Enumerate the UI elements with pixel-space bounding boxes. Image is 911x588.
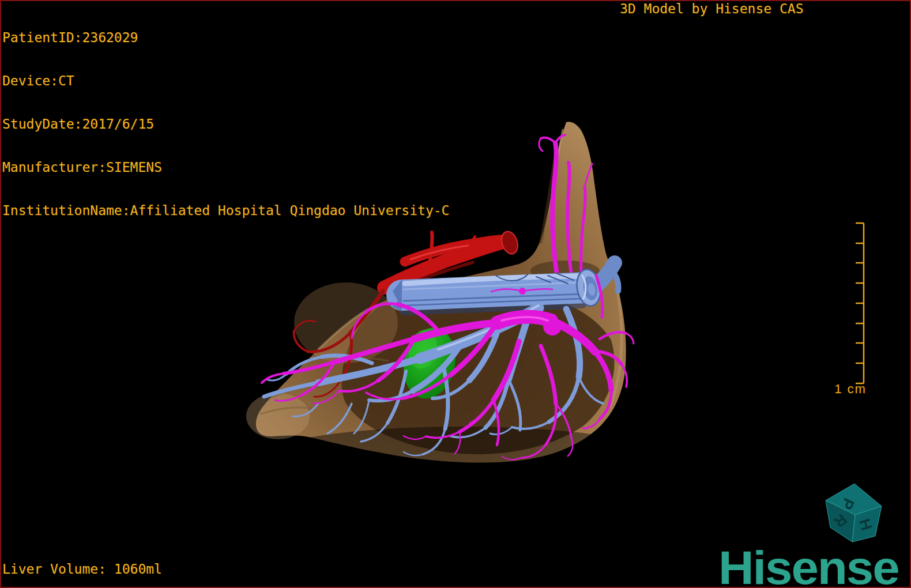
- overlay-patient-id: PatientID:2362029: [2, 31, 449, 45]
- watermark-label: 3D Model by Hisense CAS: [620, 2, 804, 16]
- viewer-root: PatientID:2362029 Device:CT StudyDate:20…: [0, 0, 911, 588]
- hisense-logo: Hisense: [718, 541, 899, 588]
- artery-cut-cap: [499, 229, 520, 256]
- scale-label: 1 cm: [830, 382, 871, 397]
- overlay-manufacturer: Manufacturer:SIEMENS: [2, 160, 449, 175]
- scale-ruler: [848, 219, 876, 390]
- patient-info-overlay: PatientID:2362029 Device:CT StudyDate:20…: [2, 2, 449, 247]
- overlay-study-date: StudyDate:2017/6/15: [2, 117, 449, 131]
- overlay-device: Device:CT: [2, 74, 449, 88]
- liver-volume-label: Liver Volume: 1060ml: [2, 562, 162, 576]
- overlay-institution: InstitutionName:Affiliated Hospital Qing…: [2, 203, 449, 218]
- orientation-cube[interactable]: P H R: [819, 477, 888, 548]
